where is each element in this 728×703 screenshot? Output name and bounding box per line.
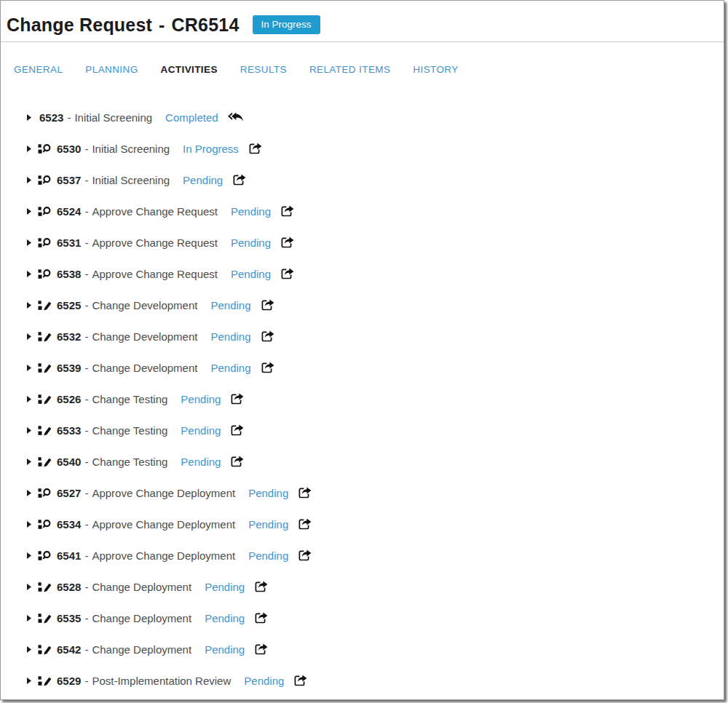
activity-separator: -: [84, 424, 88, 437]
expand-caret-icon[interactable]: [27, 615, 31, 621]
activity-separator: -: [84, 675, 88, 687]
activity-status-link[interactable]: Pending: [248, 518, 288, 531]
expand-caret-icon[interactable]: [27, 396, 31, 402]
share-icon[interactable]: [280, 205, 294, 217]
activity-separator: -: [84, 581, 88, 593]
activity-status-link[interactable]: Pending: [248, 549, 288, 562]
activity-status-link[interactable]: Pending: [210, 299, 250, 311]
expand-caret-icon[interactable]: [27, 458, 31, 465]
title-separator: -: [159, 15, 165, 36]
expand-caret-icon[interactable]: [27, 521, 31, 528]
activity-id: 6524: [57, 205, 81, 218]
activity-status-link[interactable]: Pending: [210, 330, 250, 343]
expand-caret-icon[interactable]: [27, 427, 31, 434]
expand-caret-icon[interactable]: [27, 646, 31, 653]
activity-id: 6540: [57, 456, 81, 468]
activity-status-link[interactable]: Pending: [231, 205, 271, 218]
activity-status-link[interactable]: Pending: [231, 268, 271, 280]
activity-id: 6542: [57, 643, 81, 656]
activity-status-link[interactable]: Pending: [244, 675, 284, 687]
activity-status-link[interactable]: Pending: [181, 424, 221, 437]
share-icon[interactable]: [298, 549, 312, 561]
share-icon[interactable]: [261, 299, 274, 311]
activity-separator: -: [84, 362, 88, 374]
review-task-icon: [38, 206, 52, 218]
expand-caret-icon[interactable]: [27, 114, 31, 121]
tab-general[interactable]: GENERAL: [14, 64, 63, 75]
expand-caret-icon[interactable]: [27, 146, 31, 152]
expand-caret-icon[interactable]: [27, 584, 31, 590]
share-icon[interactable]: [298, 487, 312, 499]
activity-name: Approve Change Deployment: [92, 518, 235, 531]
tab-activities[interactable]: ACTIVITIES: [161, 64, 218, 75]
review-task-icon: [38, 175, 52, 186]
share-icon[interactable]: [298, 518, 312, 530]
share-icon[interactable]: [254, 612, 268, 624]
activity-name: Approve Change Deployment: [92, 487, 235, 499]
activity-separator: -: [84, 237, 88, 249]
expand-caret-icon[interactable]: [27, 552, 31, 559]
review-task-icon: [38, 550, 52, 562]
activity-name: Initial Screening: [74, 111, 152, 124]
share-icon[interactable]: [230, 424, 244, 436]
activity-status-link[interactable]: In Progress: [183, 143, 239, 155]
expand-caret-icon[interactable]: [27, 177, 31, 183]
activity-status-link[interactable]: Pending: [210, 362, 250, 374]
tab-planning[interactable]: PLANNING: [85, 64, 138, 75]
activity-id: 6539: [57, 362, 81, 374]
share-icon[interactable]: [261, 362, 274, 373]
edit-task-icon: [38, 300, 52, 311]
activity-status-link[interactable]: Pending: [231, 237, 271, 249]
share-icon[interactable]: [280, 237, 294, 248]
reply-all-icon[interactable]: [228, 111, 243, 122]
activity-row: 6538 - Approve Change Request Pending: [1, 258, 724, 290]
review-task-icon: [38, 143, 52, 155]
expand-caret-icon[interactable]: [27, 333, 31, 340]
expand-caret-icon[interactable]: [27, 208, 31, 215]
share-icon[interactable]: [254, 581, 268, 592]
expand-caret-icon[interactable]: [27, 271, 31, 277]
activity-status-link[interactable]: Pending: [205, 643, 245, 656]
tab-related-items[interactable]: RELATED ITEMS: [309, 64, 390, 75]
activity-row: 6527 - Approve Change Deployment Pending: [1, 477, 724, 509]
status-badge: In Progress: [253, 15, 320, 35]
activity-row: 6524 - Approve Change Request Pending: [1, 196, 724, 227]
share-icon[interactable]: [230, 456, 244, 467]
activity-status-link[interactable]: Pending: [205, 581, 245, 593]
tab-history[interactable]: HISTORY: [413, 64, 458, 75]
share-icon[interactable]: [293, 675, 307, 686]
activity-status-link[interactable]: Pending: [205, 612, 245, 624]
activity-name: Change Deployment: [92, 612, 191, 624]
expand-caret-icon[interactable]: [27, 678, 31, 684]
expand-caret-icon[interactable]: [27, 302, 31, 309]
activity-id: 6537: [57, 174, 81, 186]
share-icon[interactable]: [248, 143, 262, 154]
activity-status-link[interactable]: Pending: [181, 393, 221, 405]
expand-caret-icon[interactable]: [27, 490, 31, 496]
activity-name: Change Development: [92, 330, 197, 343]
activity-name: Initial Screening: [92, 174, 170, 186]
activity-separator: -: [84, 612, 88, 624]
activity-separator: -: [84, 549, 88, 562]
expand-caret-icon[interactable]: [27, 365, 31, 371]
activities-list: 6523 - Initial Screening Completed 6530 …: [1, 92, 724, 696]
activity-separator: -: [84, 299, 88, 311]
activity-status-link[interactable]: Pending: [183, 174, 223, 186]
share-icon[interactable]: [230, 393, 244, 405]
activity-status-link[interactable]: Pending: [248, 487, 288, 499]
activity-separator: -: [84, 643, 88, 656]
activity-separator: -: [84, 143, 88, 155]
expand-caret-icon[interactable]: [27, 239, 31, 246]
activity-status-link[interactable]: Pending: [181, 456, 221, 468]
tab-results[interactable]: RESULTS: [240, 64, 287, 75]
activity-row: 6531 - Approve Change Request Pending: [1, 227, 724, 258]
activity-status-link[interactable]: Completed: [165, 111, 218, 124]
edit-task-icon: [38, 425, 52, 437]
edit-task-icon: [38, 456, 52, 468]
activity-id: 6534: [57, 518, 81, 531]
share-icon[interactable]: [261, 330, 274, 342]
share-icon[interactable]: [254, 643, 268, 655]
activity-row: 6539 - Change Development Pending: [1, 352, 724, 384]
share-icon[interactable]: [232, 174, 246, 186]
share-icon[interactable]: [280, 268, 294, 279]
